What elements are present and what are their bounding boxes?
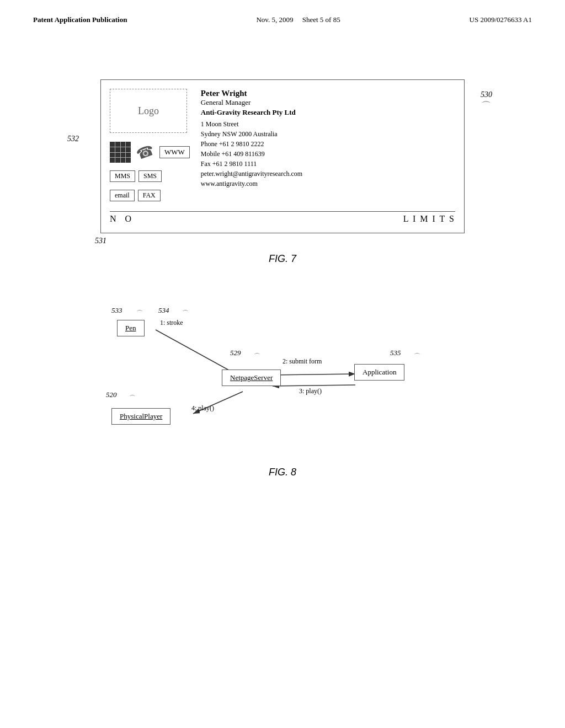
netpage-box: NetpageServer <box>222 370 281 386</box>
pen-box: Pen <box>117 320 145 336</box>
svg-line-3 <box>271 374 355 375</box>
btn-row-2: email FAX <box>110 190 161 201</box>
curve-535: ⌒ <box>414 352 420 361</box>
application-box: Application <box>354 364 404 381</box>
mms-button[interactable]: MMS <box>110 170 135 182</box>
logo-box: Logo <box>110 89 187 133</box>
fig7-caption: FIG. 7 <box>269 253 296 265</box>
icon-row: ☎ WWW <box>110 142 190 163</box>
fig8-diagram-wrapper: 533 ⌒ 534 ⌒ 1: stroke 529 ⌒ 2: submit fo… <box>100 303 465 458</box>
header-right: US 2009/0276633 A1 <box>470 15 532 24</box>
pen-label: Pen <box>125 324 136 332</box>
application-label: Application <box>363 368 396 376</box>
phone-icon: ☎ <box>134 141 157 163</box>
card-logo-area: Logo ☎ <box>110 89 190 201</box>
label-529: 529 <box>230 349 241 357</box>
header-left: Patent Application Publication <box>33 15 127 24</box>
label-535: 535 <box>390 349 401 357</box>
limit-o: O <box>125 214 132 224</box>
arrow4-label: 4: play() <box>191 404 214 413</box>
logo-text: Logo <box>138 105 159 117</box>
label-520: 520 <box>106 390 117 399</box>
contact-details: 1 Moon Street Sydney NSW 2000 Australia … <box>201 119 455 189</box>
limits-bar: N O L I M I T S <box>110 211 455 224</box>
www-button[interactable]: WWW <box>159 146 190 158</box>
label-530: 530 <box>481 90 492 99</box>
curve-520: ⌒ <box>129 394 136 403</box>
label-534: 534 <box>158 306 169 315</box>
fig8-caption: FIG. 8 <box>269 467 296 478</box>
email-detail: peter.wright@antigravityresearch.com <box>201 169 455 179</box>
physicalplayer-label: PhysicalPlayer <box>120 412 162 420</box>
card-top: Logo ☎ <box>110 89 455 201</box>
limit-n: N <box>110 214 116 224</box>
limits-letters: L I M I T S <box>403 214 455 224</box>
business-card: Logo ☎ <box>100 79 465 233</box>
phone: Phone +61 2 9810 2222 <box>201 139 455 149</box>
curve-529: ⌒ <box>254 352 260 361</box>
limits-no-area: N O <box>110 214 131 224</box>
card-info: Peter Wright General Manager Anti-Gravit… <box>201 89 455 201</box>
arrow2-label: 2: submit form <box>282 357 322 366</box>
contact-name: Peter Wright <box>201 89 455 98</box>
arrow-530: ⌒ <box>481 99 491 113</box>
label-531: 531 <box>95 237 106 245</box>
fig8-diagram: 533 ⌒ 534 ⌒ 1: stroke 529 ⌒ 2: submit fo… <box>100 303 443 458</box>
web-detail: www.antigravity.com <box>201 179 455 189</box>
netpage-label: NetpageServer <box>230 373 273 382</box>
physicalplayer-box: PhysicalPlayer <box>111 408 170 425</box>
publication-date: Nov. 5, 2009 <box>256 15 293 24</box>
sheet-info: Sheet 5 of 85 <box>302 15 340 24</box>
fax-button[interactable]: FAX <box>138 190 161 201</box>
address1: 1 Moon Street <box>201 119 455 129</box>
arrow1-label: 1: stroke <box>160 319 183 327</box>
header-center: Nov. 5, 2009 Sheet 5 of 85 <box>256 15 340 24</box>
label-532: 532 <box>67 135 79 143</box>
address2: Sydney NSW 2000 Australia <box>201 129 455 139</box>
btn-row-1: MMS SMS <box>110 170 162 182</box>
fig7-section: 532 530 ⌒ Logo <box>44 79 521 265</box>
label-533: 533 <box>111 306 122 315</box>
email-button[interactable]: email <box>110 190 135 201</box>
arrow3-label: 3: play() <box>299 387 322 395</box>
contact-title: General Manager <box>201 98 455 107</box>
fax-detail: Fax +61 2 9810 1111 <box>201 159 455 169</box>
page-header: Patent Application Publication Nov. 5, 2… <box>0 0 565 24</box>
svg-line-4 <box>273 385 355 386</box>
curve-534: ⌒ <box>182 309 189 318</box>
contact-company: Anti-Gravity Research Pty Ltd <box>201 108 455 117</box>
mobile: Mobile +61 409 811639 <box>201 149 455 159</box>
curve-533: ⌒ <box>136 309 143 318</box>
grid-icon <box>110 142 131 163</box>
sms-button[interactable]: SMS <box>138 170 162 182</box>
fig8-section: 533 ⌒ 534 ⌒ 1: stroke 529 ⌒ 2: submit fo… <box>44 303 521 478</box>
